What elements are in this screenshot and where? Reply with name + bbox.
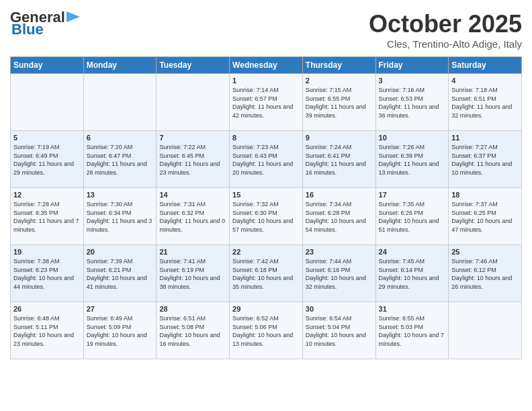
day-info: Sunrise: 7:19 AM Sunset: 6:49 PM Dayligh…: [13, 143, 81, 177]
logo-blue-text: Blue: [11, 21, 44, 38]
day-number: 20: [87, 248, 154, 256]
month-title: October 2025: [369, 10, 522, 38]
day-number: 3: [379, 77, 446, 85]
calendar-cell: 19Sunrise: 7:38 AM Sunset: 6:23 PM Dayli…: [11, 245, 84, 302]
day-info: Sunrise: 7:32 AM Sunset: 6:30 PM Dayligh…: [232, 200, 300, 234]
day-info: Sunrise: 7:46 AM Sunset: 6:12 PM Dayligh…: [451, 257, 519, 291]
day-info: Sunrise: 6:51 AM Sunset: 5:08 PM Dayligh…: [159, 314, 226, 348]
day-info: Sunrise: 7:39 AM Sunset: 6:21 PM Dayligh…: [87, 257, 154, 291]
day-number: 7: [159, 134, 226, 142]
calendar-cell: [449, 302, 522, 359]
day-info: Sunrise: 6:54 AM Sunset: 5:04 PM Dayligh…: [306, 314, 373, 348]
calendar-cell: 3Sunrise: 7:16 AM Sunset: 6:53 PM Daylig…: [375, 74, 449, 131]
day-info: Sunrise: 7:44 AM Sunset: 6:16 PM Dayligh…: [306, 257, 373, 291]
weekday-header-tuesday: Tuesday: [157, 57, 230, 74]
day-number: 11: [451, 134, 519, 142]
calendar-cell: 2Sunrise: 7:15 AM Sunset: 6:55 PM Daylig…: [302, 74, 375, 131]
logo-arrow-icon: [66, 11, 80, 22]
calendar-cell: 11Sunrise: 7:27 AM Sunset: 6:37 PM Dayli…: [449, 131, 522, 188]
day-number: 19: [13, 248, 81, 256]
logo: General Blue: [10, 10, 80, 37]
calendar-cell: 22Sunrise: 7:42 AM Sunset: 6:18 PM Dayli…: [230, 245, 303, 302]
calendar-cell: 14Sunrise: 7:31 AM Sunset: 6:32 PM Dayli…: [157, 188, 230, 245]
calendar-cell: 18Sunrise: 7:37 AM Sunset: 6:25 PM Dayli…: [449, 188, 522, 245]
day-number: 16: [306, 191, 373, 199]
weekday-header-friday: Friday: [375, 57, 449, 74]
day-number: 9: [306, 134, 373, 142]
calendar-cell: 30Sunrise: 6:54 AM Sunset: 5:04 PM Dayli…: [302, 302, 375, 359]
day-info: Sunrise: 7:15 AM Sunset: 6:55 PM Dayligh…: [306, 86, 373, 120]
weekday-header-thursday: Thursday: [302, 57, 375, 74]
calendar-cell: 1Sunrise: 7:14 AM Sunset: 6:57 PM Daylig…: [230, 74, 303, 131]
calendar-cell: 21Sunrise: 7:41 AM Sunset: 6:19 PM Dayli…: [157, 245, 230, 302]
day-number: 15: [232, 191, 300, 199]
day-info: Sunrise: 6:52 AM Sunset: 5:06 PM Dayligh…: [232, 314, 300, 348]
calendar-table: SundayMondayTuesdayWednesdayThursdayFrid…: [10, 56, 522, 359]
day-number: 2: [306, 77, 373, 85]
day-info: Sunrise: 7:20 AM Sunset: 6:47 PM Dayligh…: [87, 143, 154, 177]
calendar-cell: 24Sunrise: 7:45 AM Sunset: 6:14 PM Dayli…: [375, 245, 449, 302]
day-number: 8: [232, 134, 300, 142]
calendar-week-3: 19Sunrise: 7:38 AM Sunset: 6:23 PM Dayli…: [11, 245, 522, 302]
day-info: Sunrise: 7:34 AM Sunset: 6:28 PM Dayligh…: [306, 200, 373, 234]
calendar-cell: 10Sunrise: 7:26 AM Sunset: 6:39 PM Dayli…: [375, 131, 449, 188]
weekday-header-wednesday: Wednesday: [230, 57, 303, 74]
calendar-cell: [157, 74, 230, 131]
calendar-cell: 7Sunrise: 7:22 AM Sunset: 6:45 PM Daylig…: [157, 131, 230, 188]
day-info: Sunrise: 7:27 AM Sunset: 6:37 PM Dayligh…: [451, 143, 519, 177]
calendar-cell: 26Sunrise: 6:48 AM Sunset: 5:11 PM Dayli…: [11, 302, 84, 359]
day-number: 22: [232, 248, 300, 256]
day-number: 13: [87, 191, 154, 199]
day-info: Sunrise: 7:26 AM Sunset: 6:39 PM Dayligh…: [379, 143, 446, 177]
day-info: Sunrise: 7:16 AM Sunset: 6:53 PM Dayligh…: [379, 86, 446, 120]
day-info: Sunrise: 7:28 AM Sunset: 6:35 PM Dayligh…: [13, 200, 81, 234]
weekday-header-saturday: Saturday: [449, 57, 522, 74]
day-number: 1: [232, 77, 300, 85]
day-info: Sunrise: 7:18 AM Sunset: 6:51 PM Dayligh…: [451, 86, 519, 120]
day-info: Sunrise: 6:55 AM Sunset: 5:03 PM Dayligh…: [379, 314, 446, 348]
location-title: Cles, Trentino-Alto Adige, Italy: [369, 38, 522, 50]
calendar-cell: 12Sunrise: 7:28 AM Sunset: 6:35 PM Dayli…: [11, 188, 84, 245]
day-number: 17: [379, 191, 446, 199]
svg-marker-0: [66, 11, 80, 22]
calendar-cell: 20Sunrise: 7:39 AM Sunset: 6:21 PM Dayli…: [83, 245, 157, 302]
calendar-cell: 6Sunrise: 7:20 AM Sunset: 6:47 PM Daylig…: [83, 131, 157, 188]
calendar-cell: [83, 74, 157, 131]
day-info: Sunrise: 7:31 AM Sunset: 6:32 PM Dayligh…: [159, 200, 226, 234]
day-info: Sunrise: 7:35 AM Sunset: 6:26 PM Dayligh…: [379, 200, 446, 234]
calendar-cell: 31Sunrise: 6:55 AM Sunset: 5:03 PM Dayli…: [375, 302, 449, 359]
day-info: Sunrise: 7:42 AM Sunset: 6:18 PM Dayligh…: [232, 257, 300, 291]
day-number: 26: [13, 305, 81, 313]
calendar-cell: 16Sunrise: 7:34 AM Sunset: 6:28 PM Dayli…: [302, 188, 375, 245]
calendar-week-0: 1Sunrise: 7:14 AM Sunset: 6:57 PM Daylig…: [11, 74, 522, 131]
day-number: 4: [451, 77, 519, 85]
day-number: 30: [306, 305, 373, 313]
day-info: Sunrise: 7:24 AM Sunset: 6:41 PM Dayligh…: [306, 143, 373, 177]
day-number: 29: [232, 305, 300, 313]
weekday-header-monday: Monday: [83, 57, 157, 74]
weekday-header-row: SundayMondayTuesdayWednesdayThursdayFrid…: [11, 57, 522, 74]
day-number: 27: [87, 305, 154, 313]
title-block: October 2025 Cles, Trentino-Alto Adige, …: [369, 10, 522, 50]
day-number: 25: [451, 248, 519, 256]
day-info: Sunrise: 7:37 AM Sunset: 6:25 PM Dayligh…: [451, 200, 519, 234]
day-number: 31: [379, 305, 446, 313]
calendar-cell: 8Sunrise: 7:23 AM Sunset: 6:43 PM Daylig…: [230, 131, 303, 188]
calendar-week-2: 12Sunrise: 7:28 AM Sunset: 6:35 PM Dayli…: [11, 188, 522, 245]
calendar-week-1: 5Sunrise: 7:19 AM Sunset: 6:49 PM Daylig…: [11, 131, 522, 188]
calendar-cell: 28Sunrise: 6:51 AM Sunset: 5:08 PM Dayli…: [157, 302, 230, 359]
day-number: 28: [159, 305, 226, 313]
calendar-cell: 15Sunrise: 7:32 AM Sunset: 6:30 PM Dayli…: [230, 188, 303, 245]
calendar-cell: 27Sunrise: 6:49 AM Sunset: 5:09 PM Dayli…: [83, 302, 157, 359]
day-info: Sunrise: 7:41 AM Sunset: 6:19 PM Dayligh…: [159, 257, 226, 291]
day-number: 5: [13, 134, 81, 142]
day-info: Sunrise: 7:22 AM Sunset: 6:45 PM Dayligh…: [159, 143, 226, 177]
day-number: 24: [379, 248, 446, 256]
calendar-cell: 5Sunrise: 7:19 AM Sunset: 6:49 PM Daylig…: [11, 131, 84, 188]
day-info: Sunrise: 7:14 AM Sunset: 6:57 PM Dayligh…: [232, 86, 300, 120]
day-info: Sunrise: 7:23 AM Sunset: 6:43 PM Dayligh…: [232, 143, 300, 177]
page-header: General Blue October 2025 Cles, Trentino…: [10, 10, 522, 50]
calendar-cell: 23Sunrise: 7:44 AM Sunset: 6:16 PM Dayli…: [302, 245, 375, 302]
day-info: Sunrise: 7:45 AM Sunset: 6:14 PM Dayligh…: [379, 257, 446, 291]
day-number: 14: [159, 191, 226, 199]
